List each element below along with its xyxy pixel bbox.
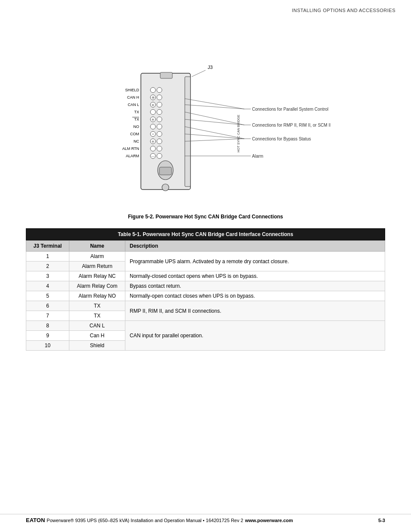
- footer-left: EATON Powerware® 9395 UPS (650–825 kVA) …: [26, 517, 293, 523]
- table-row: 3Alarm Relay NCNormally-closed contact o…: [26, 271, 385, 281]
- svg-point-37: [150, 146, 156, 151]
- interface-table: J3 Terminal Name Description 1AlarmProgr…: [26, 240, 385, 351]
- footer-brand: EATON: [26, 517, 45, 523]
- cell-terminal: 4: [26, 281, 69, 291]
- svg-line-50: [185, 119, 244, 125]
- cell-name: Alarm Relay Com: [69, 281, 125, 291]
- svg-text:Connections for Parallel Syste: Connections for Parallel System Control: [252, 107, 328, 112]
- cell-name: TX: [69, 311, 125, 321]
- svg-point-24: [150, 109, 156, 115]
- cell-terminal: 8: [26, 321, 69, 331]
- svg-line-46: [185, 105, 244, 109]
- cell-name: TX: [69, 301, 125, 311]
- cell-name: Alarm Relay NO: [69, 291, 125, 301]
- svg-text:⊗: ⊗: [152, 103, 154, 106]
- cell-name: Can H: [69, 331, 125, 341]
- svg-point-17: [157, 87, 162, 93]
- cell-name: Alarm: [69, 252, 125, 261]
- cell-terminal: 9: [26, 331, 69, 341]
- cell-name: Alarm Return: [69, 261, 125, 271]
- cell-name: Shield: [69, 341, 125, 351]
- cell-terminal: 6: [26, 301, 69, 311]
- svg-text:CAN H: CAN H: [127, 95, 139, 100]
- cell-description: Normally-open contact closes when UPS is…: [125, 291, 385, 301]
- table-row: 1AlarmProgrammable UPS alarm. Activated …: [26, 252, 385, 261]
- svg-line-54: [185, 134, 244, 139]
- svg-text:—: —: [151, 154, 155, 158]
- svg-point-23: [157, 102, 162, 107]
- svg-text:TX: TX: [134, 110, 139, 114]
- svg-point-29: [150, 124, 156, 129]
- col-header-name: Name: [69, 241, 125, 252]
- svg-text:⊕: ⊕: [152, 96, 155, 100]
- table-title: Table 5-1. Powerware Hot Sync CAN Bridge…: [26, 228, 385, 240]
- cell-description: RMP II, RIM II, and SCM II connections.: [125, 301, 385, 321]
- svg-point-44: [162, 184, 169, 191]
- svg-text:⊕: ⊕: [152, 140, 154, 143]
- svg-text:HOT SYNC CAN BRIDGE: HOT SYNC CAN BRIDGE: [237, 115, 240, 152]
- table-row: 5Alarm Relay NONormally-open contact clo…: [26, 291, 385, 301]
- cell-description: Programmable UPS alarm. Activated by a r…: [125, 252, 385, 271]
- svg-text:SHIELD: SHIELD: [125, 88, 139, 92]
- svg-point-20: [157, 95, 162, 100]
- diagram-container: J3 HOT SYNC CAN BRIDGE SHIELD CAN H: [26, 26, 385, 207]
- svg-text:Alarm: Alarm: [252, 154, 263, 159]
- svg-point-36: [157, 139, 162, 144]
- footer-website: www.powerware.com: [245, 518, 293, 523]
- cell-terminal: 7: [26, 311, 69, 321]
- page-header: INSTALLING OPTIONS AND ACCESSORIES: [292, 8, 395, 13]
- cell-description: CAN input for parallel operation.: [125, 321, 385, 351]
- footer-text: Powerware® 9395 UPS (650–825 kVA) Instal…: [47, 518, 243, 523]
- cell-description: Normally-closed contact opens when UPS i…: [125, 271, 385, 281]
- table-row: 4Alarm Relay ComBypass contact return.: [26, 281, 385, 291]
- svg-text:NC: NC: [134, 139, 139, 143]
- cell-terminal: 3: [26, 271, 69, 281]
- cell-description: Bypass contact return.: [125, 281, 385, 291]
- figure-caption: Figure 5-2. Powerware Hot Sync CAN Bridg…: [26, 214, 385, 220]
- svg-rect-2: [160, 72, 172, 78]
- svg-text:Connections for RMP II, RIM II: Connections for RMP II, RIM II, or SCM I…: [252, 123, 330, 128]
- svg-text:+: +: [152, 132, 154, 136]
- cell-name: CAN L: [69, 321, 125, 331]
- svg-point-33: [157, 131, 162, 137]
- svg-point-16: [150, 87, 156, 93]
- svg-point-41: [157, 153, 162, 159]
- cell-terminal: 10: [26, 341, 69, 351]
- svg-line-53: [185, 127, 244, 139]
- page-footer: EATON Powerware® 9395 UPS (650–825 kVA) …: [0, 514, 411, 523]
- cell-terminal: 1: [26, 252, 69, 261]
- svg-line-55: [185, 139, 244, 141]
- svg-point-30: [157, 124, 162, 129]
- cell-terminal: 2: [26, 261, 69, 271]
- header-title: INSTALLING OPTIONS AND ACCESSORIES: [292, 8, 395, 13]
- svg-rect-3: [185, 77, 190, 187]
- table-row: 8CAN LCAN input for parallel operation.: [26, 321, 385, 331]
- svg-line-0: [192, 70, 206, 77]
- j3-label: J3: [208, 65, 213, 70]
- svg-line-49: [185, 112, 244, 125]
- diagram-svg: J3 HOT SYNC CAN BRIDGE SHIELD CAN H: [81, 26, 330, 207]
- svg-text:NO: NO: [134, 124, 140, 129]
- svg-rect-43: [159, 167, 171, 175]
- svg-text:CAN L: CAN L: [128, 103, 139, 107]
- svg-text:ALARM: ALARM: [126, 154, 139, 158]
- svg-point-25: [157, 109, 162, 115]
- table-row: 6TXRMP II, RIM II, and SCM II connection…: [26, 301, 385, 311]
- svg-text:⊕: ⊕: [152, 118, 154, 121]
- footer-page: 5-3: [378, 518, 385, 523]
- cell-name: Alarm Relay NC: [69, 271, 125, 281]
- svg-point-38: [157, 146, 162, 151]
- cell-terminal: 5: [26, 291, 69, 301]
- svg-text:ALM RTN: ALM RTN: [122, 146, 139, 151]
- svg-text:Connections for Bypass Status: Connections for Bypass Status: [252, 137, 311, 141]
- svg-text:TX: TX: [134, 117, 139, 121]
- svg-point-28: [157, 117, 162, 122]
- svg-text:COM: COM: [130, 132, 139, 136]
- svg-line-45: [185, 99, 244, 109]
- col-header-terminal: J3 Terminal: [26, 241, 69, 252]
- col-header-description: Description: [125, 241, 385, 252]
- table-container: Table 5-1. Powerware Hot Sync CAN Bridge…: [26, 228, 385, 351]
